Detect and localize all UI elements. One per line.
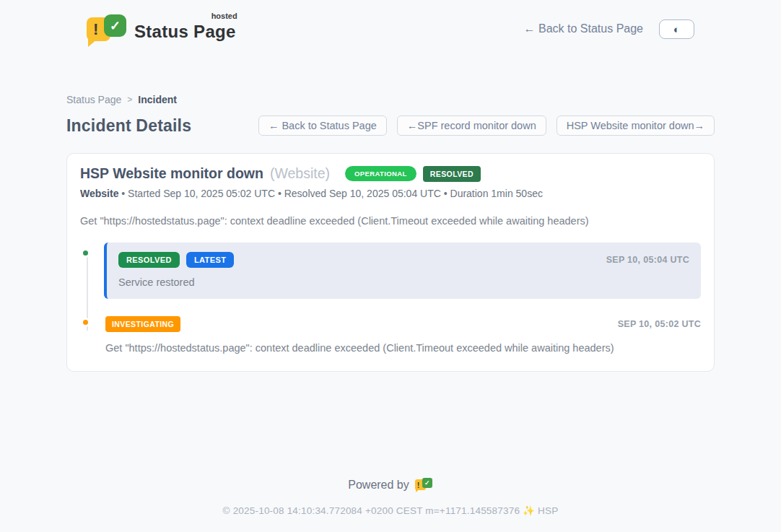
breadcrumb-separator: >: [127, 95, 132, 105]
incident-card: HSP Website monitor down (Website) OPERA…: [66, 153, 715, 372]
statuspage-logo-icon: ! ✓: [85, 12, 127, 46]
timeline-timestamp: SEP 10, 05:02 UTC: [618, 319, 701, 329]
site-header: ! ✓ hosted Status Page ← Back to Status …: [0, 0, 781, 53]
site-footer: Powered by ! ✓ © 2025-10-08 14:10:34.772…: [0, 476, 781, 532]
timeline-entry-header: RESOLVED LATEST SEP 10, 05:04 UTC: [118, 252, 689, 268]
timeline-message: Service restored: [118, 276, 689, 288]
mini-logo-check-icon: ✓: [422, 478, 432, 488]
breadcrumb-incident: Incident: [138, 94, 177, 105]
copyright-line: © 2025-10-08 14:10:34.772084 +0200 CEST …: [0, 505, 781, 516]
resolved-status-dot: [81, 248, 90, 258]
operational-status-badge: OPERATIONAL: [345, 166, 416, 181]
incident-meta: Website • Started Sep 10, 2025 05:02 UTC…: [80, 188, 701, 199]
title-row: Incident Details ← Back to Status Page ←…: [66, 115, 715, 136]
half-circle-contrast-icon: ◐: [673, 24, 680, 35]
incident-meta-component: Website: [80, 188, 118, 199]
timeline-resolved-badge: RESOLVED: [118, 252, 180, 268]
timeline-latest-badge: LATEST: [186, 252, 234, 268]
previous-incident-button[interactable]: ←SPF record monitor down: [397, 115, 546, 136]
incident-component-label: (Website): [270, 165, 330, 182]
brand-name: Status Page: [134, 22, 236, 41]
timeline-entry-resolved: RESOLVED LATEST SEP 10, 05:04 UTC Servic…: [80, 243, 701, 299]
back-to-status-page-button[interactable]: ← Back to Status Page: [258, 115, 387, 136]
incident-title: HSP Website monitor down: [80, 165, 263, 182]
brand-logo[interactable]: ! ✓ hosted Status Page: [85, 12, 236, 46]
page-title: Incident Details: [66, 116, 191, 136]
theme-toggle-button[interactable]: ◐: [659, 19, 694, 39]
timeline-entry-header: INVESTIGATING SEP 10, 05:02 UTC: [105, 316, 701, 332]
resolved-state-badge: RESOLVED: [423, 166, 481, 182]
breadcrumb: Status Page > Incident: [66, 94, 715, 105]
timeline-entry-investigating: INVESTIGATING SEP 10, 05:02 UTC Get "htt…: [80, 316, 701, 354]
investigating-update-box: INVESTIGATING SEP 10, 05:02 UTC Get "htt…: [104, 316, 701, 354]
header-actions: ← Back to Status Page ◐: [524, 19, 694, 39]
incident-description: Get "https://hostedstatus.page": context…: [80, 215, 701, 227]
timeline-entry-content: INVESTIGATING SEP 10, 05:02 UTC Get "htt…: [104, 316, 701, 354]
brand-text: hosted Status Page: [134, 16, 236, 42]
brand-hosted-label: hosted: [211, 12, 237, 20]
breadcrumb-status-page[interactable]: Status Page: [66, 94, 121, 105]
investigating-status-dot: [81, 318, 90, 327]
incident-card-header: HSP Website monitor down (Website) OPERA…: [80, 165, 701, 182]
latest-update-box: RESOLVED LATEST SEP 10, 05:04 UTC Servic…: [104, 243, 701, 299]
main-content: Status Page > Incident Incident Details …: [66, 94, 715, 372]
logo-check-icon: ✓: [104, 14, 126, 37]
powered-by-label: Powered by: [348, 479, 409, 492]
incident-nav-buttons: ← Back to Status Page ←SPF record monito…: [258, 115, 715, 136]
header-back-to-status-link[interactable]: ← Back to Status Page: [524, 22, 643, 35]
incident-meta-details: • Started Sep 10, 2025 05:02 UTC • Resol…: [121, 188, 543, 199]
timeline-entry-content: RESOLVED LATEST SEP 10, 05:04 UTC Servic…: [104, 243, 701, 299]
incident-timeline: RESOLVED LATEST SEP 10, 05:04 UTC Servic…: [80, 243, 701, 354]
timeline-message: Get "https://hostedstatus.page": context…: [105, 342, 701, 354]
timeline-timestamp: SEP 10, 05:04 UTC: [606, 255, 689, 265]
timeline-investigating-badge: INVESTIGATING: [105, 316, 180, 332]
powered-by: Powered by ! ✓: [0, 476, 781, 493]
next-incident-button[interactable]: HSP Website monitor down→: [557, 115, 715, 136]
statuspage-mini-logo-icon[interactable]: ! ✓: [415, 476, 433, 493]
